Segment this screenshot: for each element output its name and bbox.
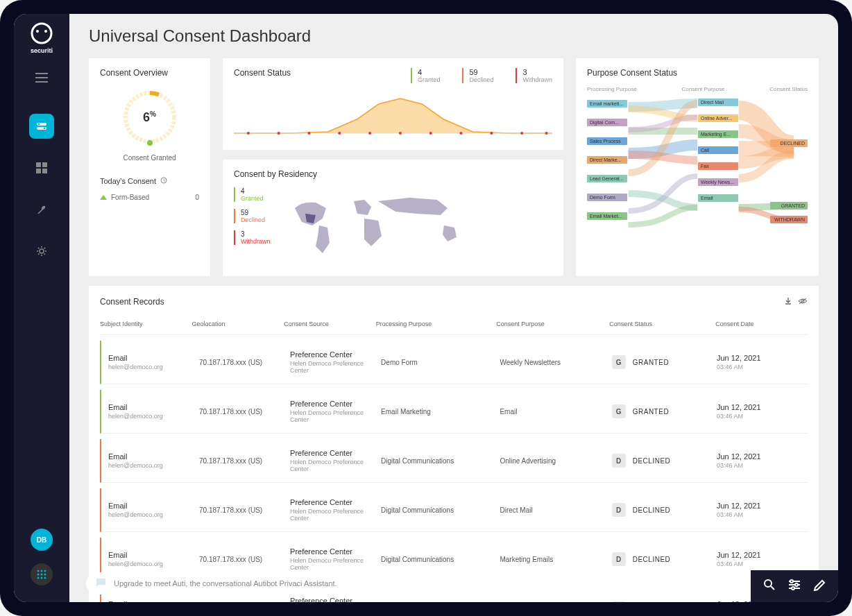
sankey-left-node[interactable]: Email Market... [587, 212, 627, 220]
download-icon[interactable] [784, 296, 792, 308]
status-badge: GGRANTED [612, 355, 669, 369]
sankey-mid-node[interactable]: Online Adver... [698, 114, 738, 122]
table-header: Subject IdentityGeolocationConsent Sourc… [100, 320, 808, 335]
svg-point-2 [44, 30, 47, 33]
table-header-cell[interactable]: Subject Identity [100, 320, 192, 327]
status-badge: DDECLINED [612, 454, 671, 468]
status-badge: DDECLINED [612, 503, 671, 517]
svg-point-33 [459, 132, 462, 135]
svg-point-34 [490, 132, 493, 135]
sankey-mid-node[interactable]: Marketing E... [698, 130, 738, 138]
visibility-icon[interactable] [798, 296, 808, 308]
table-row[interactable]: Emailhelen@democo.org 70.187.178.xxx (US… [100, 439, 808, 483]
card-title: Consent Status [234, 68, 291, 78]
sankey-chart: Email marketi...Digital Com...Sales Proc… [587, 96, 808, 232]
svg-point-26 [247, 132, 250, 135]
footer-bar: Upgrade to meet Auti, the conversational… [69, 570, 838, 602]
assistant-prompt[interactable]: Upgrade to meet Auti, the conversational… [86, 572, 751, 594]
sankey-right-node[interactable]: GRANTED [770, 202, 808, 209]
sankey-col-label: Consent Purpose [682, 86, 725, 92]
sankey-left-node[interactable]: Digital Com... [587, 119, 627, 126]
svg-point-14 [44, 570, 46, 572]
records-table: Subject IdentityGeolocationConsent Sourc… [100, 320, 808, 602]
table-header-cell[interactable]: Consent Source [284, 320, 376, 327]
table-header-cell[interactable]: Consent Date [715, 320, 808, 327]
svg-point-27 [278, 132, 280, 135]
user-avatar[interactable]: DB [31, 529, 53, 551]
search-icon[interactable] [763, 579, 776, 594]
card-title: Consent Overview [100, 68, 199, 78]
edit-icon[interactable] [813, 579, 826, 594]
cards-row: Consent Overview 6% Consent Granted [89, 58, 819, 276]
table-row[interactable]: Emailhelen@democo.org 70.187.178.xxx (US… [100, 390, 808, 434]
table-row[interactable]: Emailhelen@democo.org 70.187.178.xxx (US… [100, 488, 808, 532]
sankey-right-node[interactable]: WITHDRAWN [770, 216, 808, 223]
status-sparkline [234, 92, 552, 140]
sankey-right-node[interactable]: DECLINED [770, 139, 808, 147]
records-actions [784, 296, 808, 308]
status-badge: GGRANTED [612, 404, 669, 418]
logo-icon [31, 22, 53, 44]
sankey-mid-node[interactable]: Direct Mail [698, 99, 738, 106]
consent-overview-card: Consent Overview 6% Consent Granted [89, 58, 210, 276]
chat-icon [94, 577, 107, 590]
nav-tools-icon[interactable] [29, 197, 54, 222]
svg-point-29 [338, 132, 341, 135]
sankey-mid-node[interactable]: Call [698, 146, 738, 154]
sankey-left-node[interactable]: Lead Generat... [587, 175, 627, 182]
svg-point-18 [37, 577, 40, 579]
menu-toggle[interactable] [31, 67, 53, 89]
brand-logo[interactable]: securiti [25, 22, 58, 54]
sidebar-bottom: DB [31, 529, 53, 594]
up-arrow-icon [100, 195, 107, 200]
sankey-col-label: Processing Purpose [587, 86, 637, 92]
sankey-left-node[interactable]: Sales Process [587, 137, 627, 145]
svg-rect-9 [36, 169, 41, 173]
assistant-message: Upgrade to meet Auti, the conversational… [114, 579, 337, 588]
app-grid-icon[interactable] [31, 563, 53, 585]
table-header-cell[interactable]: Consent Status [609, 320, 715, 327]
gauge-percent: 6% [143, 110, 156, 125]
sankey-col-label: Consent Status [769, 86, 808, 92]
nav-icons [29, 114, 54, 264]
residency-legend: 4Granted59Declined3Withdrawn [234, 187, 271, 266]
sankey-mid-node[interactable]: Fax [698, 162, 738, 170]
status-badge: DDECLINED [612, 552, 671, 566]
today-row-value: 0 [195, 194, 199, 201]
table-header-cell[interactable]: Processing Purpose [376, 320, 496, 327]
svg-point-1 [36, 30, 39, 33]
consent-records-card: Consent Records Subject IdentityGeolocat… [89, 286, 819, 602]
svg-point-35 [520, 132, 523, 135]
svg-rect-8 [42, 162, 47, 167]
sankey-mid-node[interactable]: Email [698, 194, 738, 202]
stat-granted: 4Granted [411, 68, 441, 83]
table-row[interactable]: Emailhelen@democo.org 70.187.178.xxx (US… [100, 341, 808, 384]
svg-line-40 [771, 586, 774, 590]
nav-settings-icon[interactable] [29, 239, 54, 264]
legend-declined: 59Declined [234, 209, 271, 223]
svg-point-13 [41, 570, 43, 572]
stat-withdrawn: 3Withdrawn [516, 68, 552, 83]
table-header-cell[interactable]: Geolocation [192, 320, 284, 327]
svg-point-36 [545, 132, 548, 135]
card-title: Purpose Consent Status [587, 68, 808, 78]
card-title: Consent by Residency [234, 169, 552, 179]
sankey-left-node[interactable]: Demo Form [587, 194, 627, 201]
today-row: Form-Based 0 [100, 194, 199, 201]
sankey-left-node[interactable]: Direct Marke... [587, 156, 627, 164]
table-header-cell[interactable]: Consent Purpose [496, 320, 609, 327]
gauge-label: Consent Granted [123, 154, 176, 162]
sankey-column-labels: Processing Purpose Consent Purpose Conse… [587, 86, 808, 92]
filter-icon[interactable] [788, 579, 801, 593]
purpose-consent-card: Purpose Consent Status Processing Purpos… [576, 58, 819, 276]
sankey-mid-node[interactable]: Weekly News... [698, 178, 738, 186]
nav-consent-icon[interactable] [29, 114, 54, 139]
status-stats: 4Granted59Declined3Withdrawn [411, 68, 552, 83]
svg-point-45 [795, 583, 798, 586]
svg-point-31 [399, 132, 402, 135]
screen: securiti DB [14, 14, 838, 602]
svg-point-6 [44, 128, 46, 130]
sankey-left-node[interactable]: Email marketi... [587, 100, 627, 108]
svg-point-16 [41, 574, 43, 576]
nav-dashboard-icon[interactable] [29, 155, 54, 180]
